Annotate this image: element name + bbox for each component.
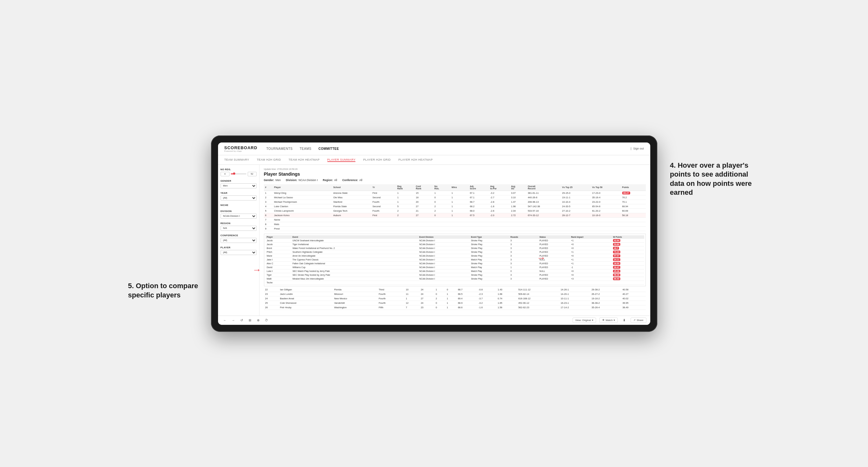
- table-row[interactable]: 5 Christo Lamprecht Georgia Tech Fourth …: [264, 209, 646, 213]
- sidebar-year: Year (All): [221, 192, 257, 200]
- sub-nav-team-summary[interactable]: TEAM SUMMARY: [224, 157, 249, 162]
- cell-points[interactable]: 60.69: [621, 209, 646, 213]
- cell-school: Georgia Tech: [332, 209, 371, 213]
- tt-cell-w-points: 24.11: [612, 257, 644, 261]
- sidebar-division-select[interactable]: NCAA Division I: [221, 214, 257, 219]
- cell-conf-rank: 24: [420, 292, 434, 296]
- sidebar-region-select[interactable]: N/A: [221, 226, 257, 231]
- toolbar-back[interactable]: ←: [222, 317, 228, 323]
- tooltip-row: Mattl Mirabel Maui Jim Intercollegiate N…: [266, 277, 644, 281]
- tt-cell-w-points: 56.38: [612, 273, 644, 277]
- cell-yr: [371, 217, 396, 222]
- cell-reg-rank: 11: [404, 292, 420, 296]
- sidebar-conference-select[interactable]: (All): [221, 238, 257, 243]
- share-button[interactable]: ↗ Share: [630, 317, 646, 323]
- eye-icon: 👁: [602, 319, 605, 322]
- table-row[interactable]: 23 Jack Lundin Missouri Fourth 11 24 0 1…: [264, 292, 646, 296]
- cell-points[interactable]: 40.27: [621, 292, 646, 296]
- view-dropdown[interactable]: View: Original ▾: [572, 317, 596, 323]
- cell-points[interactable]: 68.94: [621, 204, 646, 209]
- table-row[interactable]: 24 Bastien Amat New Mexico Fourth 1 27 2…: [264, 296, 646, 301]
- filter-division-label: Division:: [286, 179, 298, 182]
- sub-nav-player-summary[interactable]: PLAYER SUMMARY: [328, 157, 356, 162]
- table-row[interactable]: 7 Niche: [264, 217, 646, 222]
- cell-points[interactable]: 40.02: [621, 296, 646, 301]
- sub-nav-player-h2h-heatmap[interactable]: PLAYER H2H HEATMAP: [399, 157, 433, 162]
- tt-cell-event: Mirabel Maui Jim Intercollegiate: [291, 277, 418, 281]
- nav-teams[interactable]: TEAMS: [300, 146, 311, 151]
- watch-button[interactable]: 👁 Watch ▾: [599, 317, 618, 323]
- cell-points[interactable]: 39.95: [621, 301, 646, 305]
- nav-committee[interactable]: COMMITTEE: [318, 146, 339, 151]
- col-record: OverallRecord: [527, 184, 561, 191]
- cell-points[interactable]: 70.1: [621, 199, 646, 204]
- sign-out-button[interactable]: Sign out: [633, 147, 644, 150]
- table-row[interactable]: 2 Michael La Sasso Ole Miss Second 1 18 …: [264, 195, 646, 199]
- cell-record: 381-61-11: [527, 191, 561, 195]
- cell-points[interactable]: [621, 217, 646, 222]
- toolbar-clock[interactable]: ⏱: [263, 317, 270, 323]
- col-player: Player: [273, 184, 332, 191]
- tt-col-w-points: W Points: [612, 235, 644, 239]
- no-rds-min-input[interactable]: [221, 172, 229, 176]
- table-row[interactable]: 25 Cole Sherwood Vanderbilt Fourth 12 24…: [264, 301, 646, 305]
- cell-conf-rank: 27: [415, 213, 433, 217]
- tt-cell-division: NCAA Division I: [418, 254, 469, 257]
- tt-cell-status: PLAYED: [538, 265, 570, 269]
- cell-points[interactable]: 38.49: [621, 305, 646, 310]
- cell-points[interactable]: [621, 226, 646, 231]
- sub-nav-team-h2h-grid[interactable]: TEAM H2H GRID: [257, 157, 281, 162]
- toolbar-zoom-controls[interactable]: ⊕: [255, 317, 261, 323]
- table-row[interactable]: 22 Ian Gilligan Florida Third 10 24 1 0 …: [264, 287, 646, 292]
- sidebar-niche: Niche: [221, 204, 257, 207]
- table-row[interactable]: 6 Jackson Koivu Auburn First 2 27 0 1 67…: [264, 213, 646, 217]
- cell-conf-rank: [415, 222, 433, 226]
- sidebar-year-select[interactable]: (All): [221, 195, 257, 200]
- sidebar-region-label: Region: [221, 222, 257, 225]
- nav-tournaments[interactable]: TOURNAMENTS: [266, 146, 292, 151]
- slider-track[interactable]: [231, 174, 246, 175]
- table-row[interactable]: 1 Wenyi Ding Arizona State First 1 15 1 …: [264, 191, 646, 195]
- table-row[interactable]: 3 Michael Thorbjornsen Stanford Fourth 1…: [264, 199, 646, 204]
- cell-points[interactable]: 40.58: [621, 287, 646, 292]
- table-row[interactable]: 8 Mats: [264, 222, 646, 226]
- no-rds-max-input[interactable]: [248, 172, 257, 176]
- toolbar-download[interactable]: ⬇: [621, 317, 627, 323]
- tt-cell-type: Match Play: [469, 265, 509, 269]
- cell-adj-score: [469, 222, 489, 226]
- cell-reg-rank: 5: [396, 204, 414, 209]
- toolbar-left: ← → ↺ ⊞ ⊕ ⏱: [222, 317, 270, 323]
- sub-nav-player-h2h-grid[interactable]: PLAYER H2H GRID: [363, 157, 391, 162]
- cell-avg-sg: 1.47: [510, 199, 526, 204]
- cell-points[interactable]: 76.2: [621, 195, 646, 199]
- cell-school: Missouri: [333, 292, 377, 296]
- table-row[interactable]: 4 Luke Clanton Florida State Second 5 27…: [264, 204, 646, 209]
- cell-record: 674-33-12: [527, 213, 561, 217]
- cell-points[interactable]: 80.27: [621, 191, 646, 195]
- tooltip-row: Alex C Fallen Oak Collegiate Invitationa…: [266, 261, 644, 265]
- cell-points[interactable]: [621, 222, 646, 226]
- tablet-screen: SCOREBOARD Powered by clippi TOURNAMENTS…: [218, 143, 650, 325]
- tt-col-event: Event: [291, 235, 418, 239]
- sidebar-player-select[interactable]: (All): [221, 250, 257, 255]
- nav-right: | Sign out: [630, 147, 644, 150]
- table-row[interactable]: 9 Prest: [264, 226, 646, 231]
- sub-nav-team-h2h-heatmap[interactable]: TEAM H2H HEATMAP: [288, 157, 319, 162]
- cell-vs-top25: 14-26-1: [559, 287, 590, 292]
- tt-cell-rounds: 3: [509, 273, 538, 277]
- cell-points[interactable]: 58.18: [621, 213, 646, 217]
- main-content: No Rds. Gender Men: [218, 165, 650, 316]
- filter-region: Region: All: [323, 179, 337, 182]
- cell-reg-rank: 2: [396, 209, 414, 213]
- sidebar-gender-select[interactable]: Men: [221, 183, 257, 188]
- tt-cell-status: PLAYED: [538, 239, 570, 243]
- sidebar-conference-label: Conference: [221, 234, 257, 237]
- toolbar-refresh[interactable]: ↺: [239, 317, 245, 323]
- table-row[interactable]: 26 Petr Hruby Washington Fifth 7 23 0 1 …: [264, 305, 646, 310]
- tooltip-row: Tiger SEC Stroke Play hosted by Jerry Pa…: [266, 273, 644, 277]
- tt-cell-w-points: 30.47: [612, 265, 644, 269]
- toolbar-forward[interactable]: →: [230, 317, 237, 323]
- toolbar-copy[interactable]: ⊞: [247, 317, 253, 323]
- tt-cell-rank-impact: +0: [570, 246, 612, 250]
- cell-yr: Fourth: [377, 301, 404, 305]
